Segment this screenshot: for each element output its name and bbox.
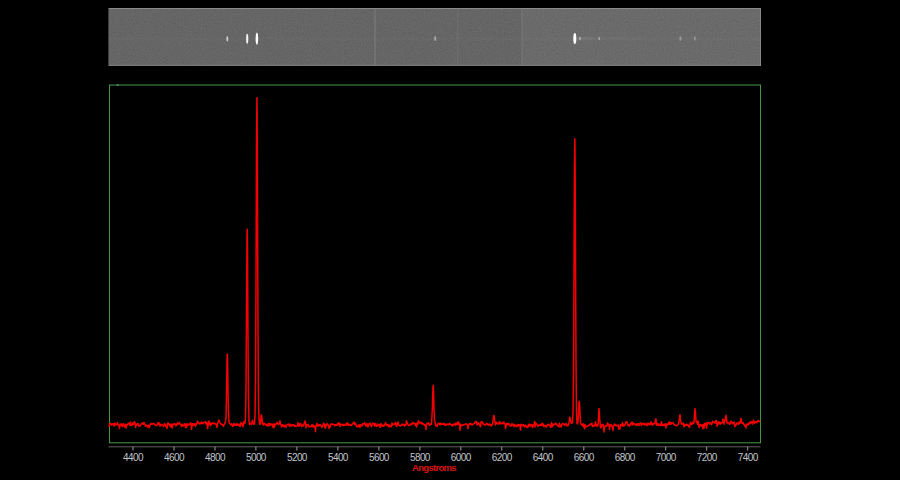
svg-text:7000: 7000 (656, 452, 677, 463)
svg-text:4800: 4800 (205, 452, 226, 463)
svg-text:6400: 6400 (533, 452, 554, 463)
svg-text:4600: 4600 (164, 452, 185, 463)
svg-text:5200: 5200 (287, 452, 308, 463)
svg-text:5600: 5600 (369, 452, 390, 463)
svg-text:4400: 4400 (123, 452, 144, 463)
svg-text:6200: 6200 (492, 452, 513, 463)
svg-text:6600: 6600 (574, 452, 595, 463)
svg-text:7200: 7200 (697, 452, 718, 463)
svg-text:6000: 6000 (451, 452, 472, 463)
svg-text:5400: 5400 (328, 452, 349, 463)
svg-text:7400: 7400 (738, 452, 759, 463)
svg-text:6800: 6800 (615, 452, 636, 463)
svg-text:5000: 5000 (246, 452, 267, 463)
svg-text:5800: 5800 (410, 452, 431, 463)
svg-text:Angstroms: Angstroms (412, 462, 456, 473)
